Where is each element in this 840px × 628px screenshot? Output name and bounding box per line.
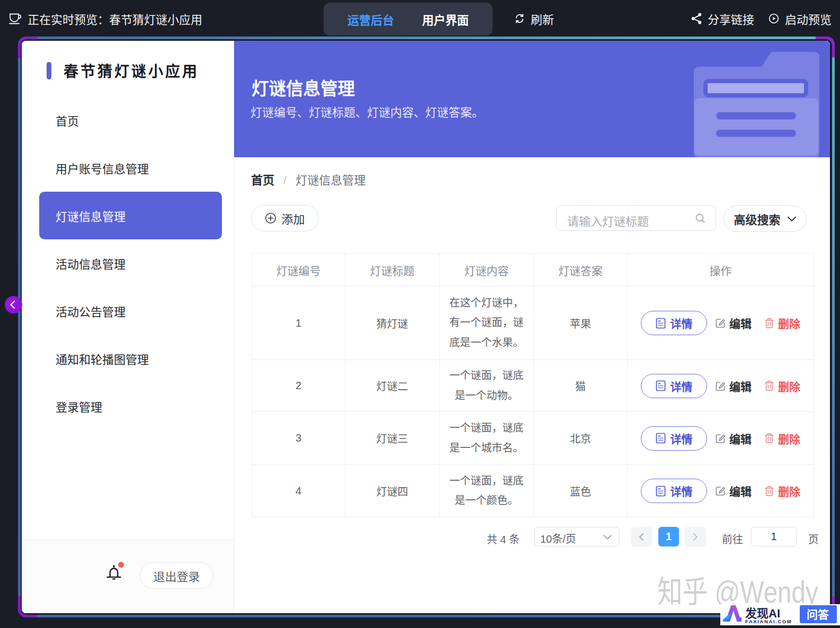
svg-text:问答: 问答 [807, 608, 829, 621]
svg-text:FAXIANAI.COM: FAXIANAI.COM [745, 618, 792, 624]
